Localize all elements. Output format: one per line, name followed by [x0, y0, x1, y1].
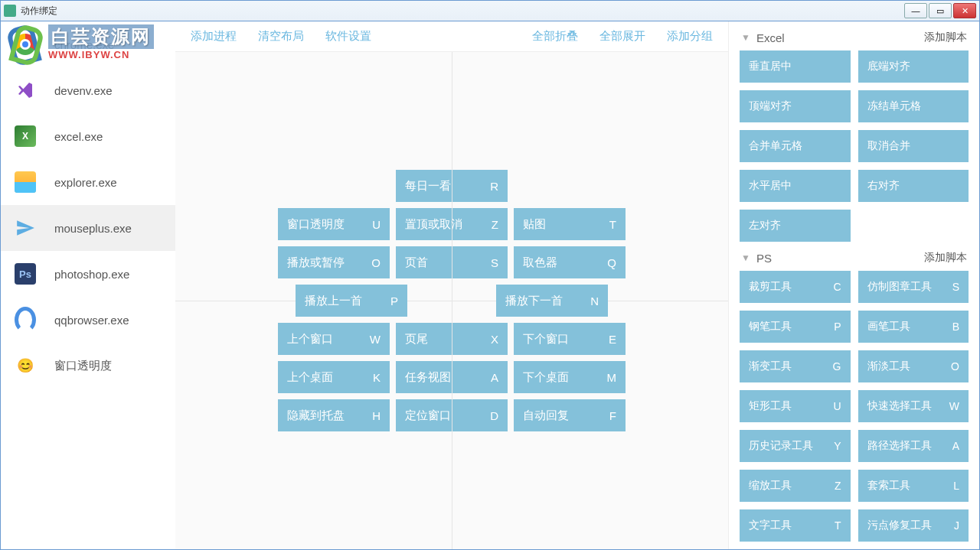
- script-btn-1-12[interactable]: 文字工具T: [740, 509, 851, 542]
- group-title: Excel: [756, 31, 924, 44]
- ps-icon: Ps: [15, 263, 36, 285]
- script-btn-1-7[interactable]: 快速选择工具W: [858, 390, 969, 422]
- maximize-button[interactable]: ▭: [929, 3, 952, 18]
- group-header-1[interactable]: ▼PS添加脚本: [729, 242, 979, 271]
- script-btn-0-4[interactable]: 合并单元格: [740, 130, 851, 162]
- script-btn-1-3[interactable]: 画笔工具B: [858, 311, 969, 343]
- action-r5c1[interactable]: 任务视图A: [396, 361, 508, 393]
- script-btn-1-2[interactable]: 钢笔工具P: [740, 311, 851, 343]
- script-btn-1-10[interactable]: 缩放工具Z: [740, 470, 851, 502]
- sidebar-item-label: chrome.exe: [54, 38, 114, 51]
- script-btn-0-6[interactable]: 水平居中: [740, 170, 851, 202]
- script-btn-1-1[interactable]: 仿制图章工具S: [858, 271, 969, 303]
- sidebar-item-mouseplus[interactable]: mouseplus.exe: [1, 205, 175, 251]
- chevron-down-icon: ▼: [741, 252, 750, 263]
- action-r2c0[interactable]: 播放或暂停O: [278, 246, 390, 278]
- sidebar-item-ps[interactable]: Psphotoshop.exe: [1, 251, 175, 297]
- group-title: PS: [756, 252, 924, 265]
- sidebar-item-label: explorer.exe: [54, 176, 117, 189]
- sidebar-item-trans[interactable]: 窗口透明度: [1, 343, 175, 389]
- sidebar-item-excel[interactable]: Xexcel.exe: [1, 113, 175, 159]
- sidebar-item-qq[interactable]: qqbrowser.exe: [1, 297, 175, 343]
- sidebar-item-label: qqbrowser.exe: [54, 314, 129, 327]
- add-script-link[interactable]: 添加脚本: [924, 31, 967, 44]
- minimize-button[interactable]: —: [904, 3, 927, 18]
- add-script-link[interactable]: 添加脚本: [924, 251, 967, 265]
- sidebar-item-label: photoshop.exe: [54, 268, 129, 281]
- action-r1c0[interactable]: 窗口透明度U: [278, 208, 390, 240]
- group-header-0[interactable]: ▼Excel添加脚本: [729, 21, 979, 50]
- action-r4c2[interactable]: 下个窗口E: [514, 323, 626, 355]
- script-btn-1-11[interactable]: 套索工具L: [858, 470, 969, 502]
- script-btn-1-0[interactable]: 裁剪工具C: [740, 271, 851, 303]
- sidebar-item-chrome[interactable]: chrome.exe: [1, 21, 175, 67]
- chevron-down-icon: ▼: [741, 32, 750, 43]
- script-btn-1-6[interactable]: 矩形工具U: [740, 390, 851, 422]
- script-btn-0-8[interactable]: 左对齐: [740, 210, 851, 242]
- window-title: 动作绑定: [21, 5, 904, 18]
- clear-layout-link[interactable]: 清空布局: [258, 29, 304, 44]
- sidebar-item-vs[interactable]: devenv.exe: [1, 67, 175, 113]
- script-btn-0-7[interactable]: 右对齐: [858, 170, 969, 202]
- sidebar-item-label: mouseplus.exe: [54, 222, 132, 235]
- sidebar-item-label: devenv.exe: [54, 84, 113, 97]
- script-btn-1-13[interactable]: 污点修复工具J: [858, 509, 969, 542]
- script-btn-0-2[interactable]: 顶端对齐: [740, 90, 851, 122]
- script-btn-0-1[interactable]: 底端对齐: [858, 50, 969, 83]
- canvas[interactable]: 每日一看R窗口透明度U置顶或取消Z贴图T播放或暂停O页首S取色器Q播放上一首P播…: [175, 52, 728, 549]
- script-btn-0-3[interactable]: 冻结单元格: [858, 90, 969, 122]
- vs-icon: [15, 80, 36, 101]
- action-r5c2[interactable]: 下个桌面M: [514, 361, 626, 393]
- sidebar-item-explorer[interactable]: explorer.exe: [1, 159, 175, 205]
- chrome-icon: [15, 34, 36, 55]
- excel-icon: X: [15, 125, 36, 147]
- explorer-icon: [15, 171, 36, 193]
- right-panel: ▼Excel添加脚本垂直居中底端对齐顶端对齐冻结单元格合并单元格取消合并水平居中…: [728, 21, 979, 549]
- script-btn-1-4[interactable]: 渐变工具G: [740, 350, 851, 382]
- expand-all-link[interactable]: 全部展开: [599, 29, 645, 44]
- action-r4c0[interactable]: 上个窗口W: [278, 323, 390, 355]
- script-btn-0-5[interactable]: 取消合并: [858, 130, 969, 162]
- sidebar-item-label: excel.exe: [54, 130, 103, 143]
- add-process-link[interactable]: 添加进程: [191, 29, 237, 44]
- action-r6c2[interactable]: 自动回复F: [514, 399, 626, 431]
- action-r6c0[interactable]: 隐藏到托盘H: [278, 399, 390, 431]
- mouseplus-icon: [15, 217, 36, 239]
- script-btn-1-8[interactable]: 历史记录工具Y: [740, 430, 851, 462]
- titlebar: 动作绑定 — ▭ ✕: [0, 0, 980, 21]
- action-r3b[interactable]: 播放下一首N: [496, 285, 608, 317]
- action-r3a[interactable]: 播放上一首P: [296, 285, 407, 317]
- script-btn-1-5[interactable]: 渐淡工具O: [858, 350, 969, 382]
- action-r2c1[interactable]: 页首S: [396, 246, 508, 278]
- toolbar: 添加进程 清空布局 软件设置 全部折叠 全部展开 添加分组: [175, 21, 728, 52]
- action-r5c0[interactable]: 上个桌面K: [278, 361, 390, 393]
- action-r2c2[interactable]: 取色器Q: [514, 246, 626, 278]
- app-icon: [4, 5, 16, 17]
- qq-icon: [15, 309, 36, 330]
- script-btn-0-0[interactable]: 垂直居中: [740, 50, 851, 83]
- sidebar-item-label: 窗口透明度: [54, 359, 112, 373]
- action-r4c1[interactable]: 页尾X: [396, 323, 508, 355]
- action-r6c1[interactable]: 定位窗口D: [396, 399, 508, 431]
- soft-settings-link[interactable]: 软件设置: [325, 29, 371, 44]
- sidebar: chrome.exedevenv.exeXexcel.exeexplorer.e…: [1, 21, 175, 549]
- add-group-link[interactable]: 添加分组: [667, 29, 713, 44]
- collapse-all-link[interactable]: 全部折叠: [532, 29, 578, 44]
- trans-icon: [15, 355, 36, 376]
- action-r1c2[interactable]: 贴图T: [514, 208, 626, 240]
- action-r0c1[interactable]: 每日一看R: [396, 170, 508, 202]
- script-btn-1-9[interactable]: 路径选择工具A: [858, 430, 969, 462]
- action-r1c1[interactable]: 置顶或取消Z: [396, 208, 508, 240]
- close-button[interactable]: ✕: [953, 3, 976, 18]
